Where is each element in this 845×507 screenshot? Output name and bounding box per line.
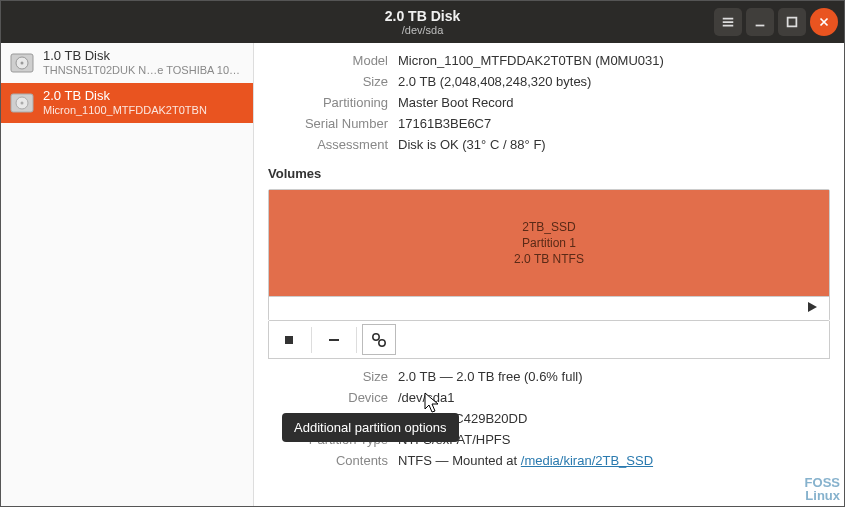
- svg-rect-7: [285, 336, 293, 344]
- watermark-l2: Linux: [805, 489, 840, 502]
- spec-key-size: Size: [268, 74, 388, 89]
- partition-name: 2TB_SSD: [522, 219, 575, 235]
- partition-specs: Size 2.0 TB — 2.0 TB free (0.6% full) De…: [268, 369, 830, 468]
- main-panel: Model Micron_1100_MTFDDAK2T0TBN (M0MU031…: [254, 43, 844, 506]
- sidebar-item-disk-1[interactable]: 2.0 TB Disk Micron_1100_MTFDDAK2T0TBN: [1, 83, 253, 123]
- spec-val-model: Micron_1100_MTFDDAK2T0TBN (M0MU031): [398, 53, 830, 68]
- pspec-val-device: /dev/sda1: [398, 390, 830, 405]
- contents-prefix: NTFS — Mounted at: [398, 453, 521, 468]
- spec-key-model: Model: [268, 53, 388, 68]
- sidebar-item-disk-0[interactable]: 1.0 TB Disk THNSN51T02DUK N…e TOSHIBA 10…: [1, 43, 253, 83]
- spec-key-assessment: Assessment: [268, 137, 388, 152]
- spec-val-partitioning: Master Boot Record: [398, 95, 830, 110]
- pspec-val-size: 2.0 TB — 2.0 TB free (0.6% full): [398, 369, 830, 384]
- additional-options-button[interactable]: [359, 321, 399, 358]
- disk-sub: Micron_1100_MTFDDAK2T0TBN: [43, 104, 207, 117]
- pspec-key-uuid: UUID: [268, 411, 388, 426]
- disk-sub: THNSN51T02DUK N…e TOSHIBA 1024GB: [43, 64, 245, 77]
- separator: [311, 327, 312, 353]
- hamburger-menu-icon[interactable]: [714, 8, 742, 36]
- pspec-val-uuid: 4DE58C0C429B20DD: [398, 411, 830, 426]
- volumes-header: Volumes: [268, 166, 830, 181]
- spec-key-partitioning: Partitioning: [268, 95, 388, 110]
- minimize-button[interactable]: [746, 8, 774, 36]
- close-button[interactable]: [810, 8, 838, 36]
- svg-point-9: [379, 339, 385, 345]
- spec-key-serial: Serial Number: [268, 116, 388, 131]
- pspec-key-ptype: Partition Type: [268, 432, 388, 447]
- spec-val-serial: 17161B3BE6C7: [398, 116, 830, 131]
- partition-block[interactable]: 2TB_SSD Partition 1 2.0 TB NTFS: [269, 190, 829, 296]
- volume-map: 2TB_SSD Partition 1 2.0 TB NTFS: [268, 189, 830, 321]
- svg-rect-0: [788, 18, 797, 27]
- separator: [356, 327, 357, 353]
- svg-point-6: [21, 102, 24, 105]
- disk-name: 2.0 TB Disk: [43, 89, 207, 104]
- disk-list: 1.0 TB Disk THNSN51T02DUK N…e TOSHIBA 10…: [1, 43, 254, 506]
- pspec-key-size: Size: [268, 369, 388, 384]
- pspec-val-ptype: NTFS/exFAT/HPFS: [398, 432, 830, 447]
- svg-point-8: [373, 333, 379, 339]
- disk-name: 1.0 TB Disk: [43, 49, 245, 64]
- disk-specs: Model Micron_1100_MTFDDAK2T0TBN (M0MU031…: [268, 53, 830, 152]
- partition-toolbar: [268, 321, 830, 359]
- partition-fs: 2.0 TB NTFS: [514, 251, 584, 267]
- partition-sub: Partition 1: [522, 235, 576, 251]
- watermark: FOSS Linux: [805, 476, 840, 502]
- pspec-key-device: Device: [268, 390, 388, 405]
- pspec-key-contents: Contents: [268, 453, 388, 468]
- spec-val-assessment: Disk is OK (31° C / 88° F): [398, 137, 830, 152]
- pspec-val-contents: NTFS — Mounted at /media/kiran/2TB_SSD: [398, 453, 830, 468]
- spec-val-size: 2.0 TB (2,048,408,248,320 bytes): [398, 74, 830, 89]
- volume-map-footer: [269, 296, 829, 320]
- titlebar: 2.0 TB Disk /dev/sda: [1, 1, 844, 43]
- unmount-button[interactable]: [269, 321, 309, 358]
- disk-icon: [9, 50, 35, 76]
- play-icon[interactable]: [805, 300, 819, 317]
- disk-icon: [9, 90, 35, 116]
- svg-point-3: [21, 62, 24, 65]
- maximize-button[interactable]: [778, 8, 806, 36]
- delete-partition-button[interactable]: [314, 321, 354, 358]
- mount-point-link[interactable]: /media/kiran/2TB_SSD: [521, 453, 653, 468]
